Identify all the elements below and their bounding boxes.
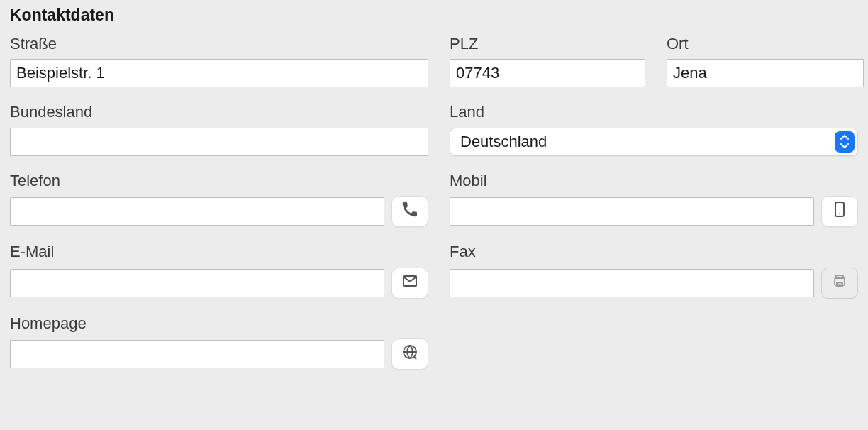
ort-label: Ort [667, 35, 864, 53]
plz-label: PLZ [450, 35, 645, 53]
land-select-value: Deutschland [450, 128, 858, 156]
land-select[interactable]: Deutschland [450, 128, 858, 156]
homepage-input[interactable] [10, 340, 384, 368]
bundesland-label: Bundesland [10, 103, 428, 121]
fax-send-button [821, 268, 858, 299]
street-label: Straße [10, 35, 428, 53]
ort-input[interactable] [667, 59, 864, 87]
plz-input[interactable] [450, 59, 645, 87]
mobil-call-button[interactable] [821, 196, 858, 227]
fax-label: Fax [450, 243, 858, 261]
telefon-input[interactable] [10, 197, 384, 226]
mobile-phone-icon [831, 201, 848, 222]
telefon-label: Telefon [10, 172, 428, 190]
email-input[interactable] [10, 269, 384, 297]
fax-input[interactable] [450, 269, 814, 297]
section-title: Kontaktdaten [10, 6, 858, 25]
email-send-button[interactable] [391, 268, 428, 299]
updown-stepper-icon [835, 131, 855, 153]
mail-icon [401, 272, 418, 294]
mobil-label: Mobil [450, 172, 858, 190]
fax-icon [831, 272, 848, 294]
street-input[interactable] [10, 59, 428, 87]
svg-point-5 [413, 356, 415, 358]
homepage-label: Homepage [10, 314, 428, 333]
globe-icon [401, 343, 418, 365]
bundesland-input[interactable] [10, 128, 428, 156]
land-label: Land [450, 103, 858, 121]
homepage-open-button[interactable] [391, 338, 428, 370]
svg-point-1 [839, 214, 840, 215]
email-label: E-Mail [10, 243, 428, 261]
phone-icon [401, 201, 418, 222]
mobil-input[interactable] [450, 197, 814, 226]
telefon-call-button[interactable] [391, 196, 428, 227]
